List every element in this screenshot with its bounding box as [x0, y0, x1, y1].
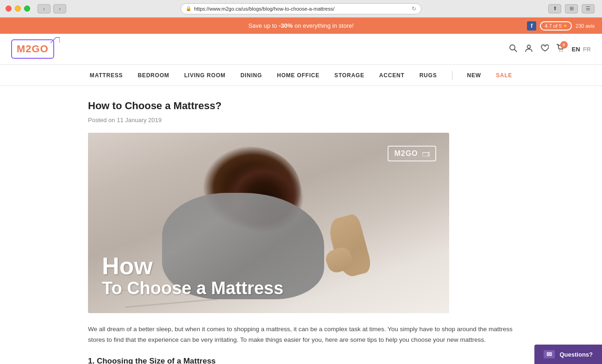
- article-title: How to Choose a Mattress?: [88, 100, 514, 112]
- hero-overlay-text: How To Choose a Mattress: [102, 254, 283, 299]
- refresh-button[interactable]: ↻: [412, 6, 416, 12]
- search-icon[interactable]: [509, 44, 517, 55]
- hero-logo-watermark: M2GO: [388, 146, 436, 161]
- envelope-icon: ✉: [544, 350, 555, 358]
- maximize-button[interactable]: [24, 6, 30, 12]
- url-bar-container: 🔒 https://www.m2go.ca/us/blogs/blog/how-…: [181, 3, 421, 14]
- secure-icon: 🔒: [186, 6, 191, 11]
- svg-rect-8: [422, 153, 428, 156]
- cart-count: 0: [560, 41, 568, 49]
- svg-line-4: [514, 49, 517, 52]
- rating-badge: 4.7 of 5 ★: [540, 21, 572, 31]
- nav-item-rugs[interactable]: RUGS: [420, 67, 437, 84]
- svg-point-7: [562, 50, 563, 51]
- nav-item-dining[interactable]: DINING: [240, 67, 262, 84]
- nav-item-sale[interactable]: SALE: [496, 67, 512, 84]
- nav-item-mattress[interactable]: MATTRESS: [90, 67, 123, 84]
- new-tab-button[interactable]: ⊞: [565, 4, 578, 13]
- content-area: How to Choose a Mattress? Posted on 11 J…: [69, 86, 533, 364]
- logo-3d-decoration: [50, 37, 60, 43]
- promo-banner: Save up to -30% on everything in store! …: [0, 18, 602, 34]
- browser-nav: ‹ ›: [38, 4, 66, 13]
- facebook-icon[interactable]: f: [527, 21, 536, 31]
- logo-container[interactable]: M2GO: [11, 39, 62, 59]
- nav-item-new[interactable]: NEW: [467, 67, 481, 84]
- forward-button[interactable]: ›: [53, 4, 66, 13]
- nav-item-storage[interactable]: STORAGE: [334, 67, 364, 84]
- url-text: https://www.m2go.ca/us/blogs/blog/how-to…: [194, 6, 409, 12]
- svg-line-0: [50, 37, 56, 43]
- promo-discount: -30%: [279, 22, 293, 29]
- account-icon[interactable]: [525, 44, 533, 55]
- window-chrome: ‹ › 🔒 https://www.m2go.ca/us/blogs/blog/…: [0, 0, 602, 18]
- nav-item-accent[interactable]: ACCENT: [379, 67, 405, 84]
- promo-right: f 4.7 of 5 ★ 230 avis: [527, 21, 595, 31]
- header-icons: 0 EN FR: [509, 44, 591, 55]
- lang-en[interactable]: EN: [572, 46, 580, 53]
- lang-switcher: EN FR: [572, 46, 591, 53]
- logo-box: M2GO: [11, 39, 54, 59]
- hero-subtitle-text: To Choose a Mattress: [102, 278, 283, 299]
- nav-item-living-room[interactable]: LIVING ROOM: [184, 67, 226, 84]
- questions-button[interactable]: ✉ Questions?: [534, 345, 602, 364]
- minimize-button[interactable]: [15, 6, 21, 12]
- article-intro: We all dream of a better sleep, but when…: [88, 324, 514, 345]
- hero-logo-box-icon: [422, 152, 430, 156]
- share-button[interactable]: ⬆: [548, 4, 561, 13]
- rating-value: 4.7 of 5: [545, 23, 562, 29]
- lang-fr[interactable]: FR: [583, 46, 591, 53]
- svg-point-6: [559, 50, 560, 51]
- close-button[interactable]: [6, 6, 12, 12]
- back-button[interactable]: ‹: [38, 4, 50, 13]
- main-nav: MATTRESS BEDROOM LIVING ROOM DINING HOME…: [0, 65, 602, 86]
- wishlist-icon[interactable]: [540, 44, 549, 55]
- hero-how-text: How: [102, 254, 283, 278]
- site-header: M2GO 0 EN FR: [0, 34, 602, 65]
- star-icon: ★: [563, 23, 567, 28]
- sidebar-toggle-button[interactable]: ☰: [582, 4, 595, 13]
- svg-point-5: [527, 45, 530, 48]
- nav-item-home-office[interactable]: HOME OFFICE: [277, 67, 320, 84]
- article-date: Posted on 11 January 2019: [88, 117, 514, 123]
- nav-separator: [452, 71, 452, 80]
- promo-text: Save up to -30% on everything in store!: [248, 22, 354, 29]
- hero-image: How To Choose a Mattress M2GO: [88, 133, 449, 313]
- logo-text: M2GO: [17, 43, 49, 55]
- traffic-lights: [6, 6, 30, 12]
- url-bar[interactable]: 🔒 https://www.m2go.ca/us/blogs/blog/how-…: [181, 3, 421, 14]
- svg-point-3: [510, 45, 515, 50]
- cart-icon[interactable]: 0: [556, 44, 564, 55]
- avis-count: 230 avis: [576, 23, 595, 29]
- questions-label: Questions?: [559, 351, 593, 358]
- window-actions: ⬆ ⊞ ☰: [548, 4, 596, 13]
- nav-item-bedroom[interactable]: BEDROOM: [138, 67, 169, 84]
- section-1-title: 1. Choosing the Size of a Mattress: [88, 357, 514, 364]
